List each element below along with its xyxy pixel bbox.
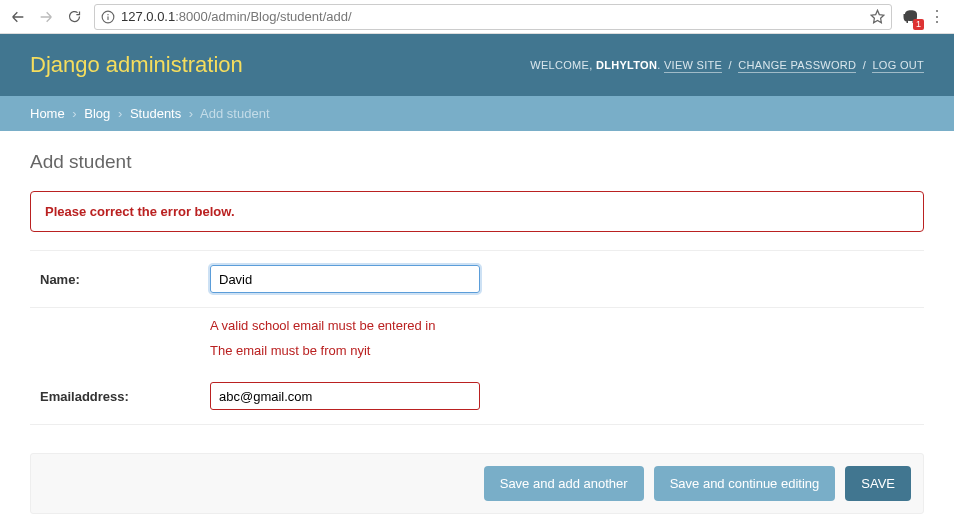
user-tools: WELCOME, DLHYLTON. VIEW SITE / CHANGE PA… [530,59,924,71]
site-branding[interactable]: Django administration [30,52,243,78]
breadcrumb-home[interactable]: Home [30,106,65,121]
save-add-another-button[interactable]: Save and add another [484,466,644,501]
arrow-left-icon [10,9,26,25]
back-button[interactable] [6,5,30,29]
save-button[interactable]: SAVE [845,466,911,501]
site-info-icon[interactable] [101,10,115,24]
browser-toolbar: 127.0.0.1:8000/admin/Blog/student/add/ 1… [0,0,954,34]
breadcrumb: Home › Blog › Students › Add student [0,96,954,131]
forward-button[interactable] [34,5,58,29]
email-error-2: The email must be from nyit [210,343,914,358]
address-bar[interactable]: 127.0.0.1:8000/admin/Blog/student/add/ [94,4,892,30]
url-text: 127.0.0.1:8000/admin/Blog/student/add/ [121,9,870,24]
name-label: Name: [40,272,210,287]
name-input[interactable] [210,265,480,293]
extension-icon[interactable]: 1 [900,6,922,28]
field-row-email: Emailaddress: [30,368,924,425]
breadcrumb-current: Add student [200,106,269,121]
svg-point-1 [107,13,108,14]
submit-row: Save and add another Save and continue e… [30,453,924,514]
email-error-1: A valid school email must be entered in [210,318,914,333]
logout-link[interactable]: LOG OUT [872,59,924,73]
breadcrumb-app[interactable]: Blog [84,106,110,121]
reload-button[interactable] [62,5,86,29]
email-input[interactable] [210,382,480,410]
bookmark-star-icon[interactable] [870,9,885,24]
svg-rect-2 [107,16,108,20]
page-title: Add student [30,151,924,173]
welcome-text: WELCOME, [530,59,592,71]
admin-header: Django administration WELCOME, DLHYLTON.… [0,34,954,96]
save-continue-button[interactable]: Save and continue editing [654,466,836,501]
breadcrumb-model[interactable]: Students [130,106,181,121]
error-note: Please correct the error below. [30,191,924,232]
username: DLHYLTON [596,59,657,71]
extension-badge: 1 [913,19,924,30]
arrow-right-icon [38,9,54,25]
reload-icon [67,9,82,24]
browser-menu-button[interactable]: ⋮ [926,7,948,26]
email-errorlist: A valid school email must be entered in … [30,308,924,358]
change-password-link[interactable]: CHANGE PASSWORD [738,59,856,73]
field-row-name: Name: [30,250,924,308]
view-site-link[interactable]: VIEW SITE [664,59,722,73]
email-label: Emailaddress: [40,389,210,404]
content-main: Add student Please correct the error bel… [0,131,954,526]
